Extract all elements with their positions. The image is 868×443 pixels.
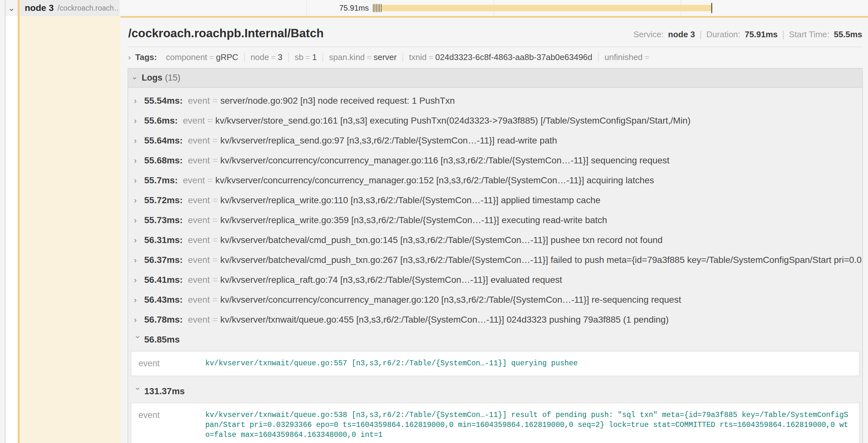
log-field-value: kv/kvserver/replica_write.go:359 [n3,s3,… <box>220 215 607 225</box>
logs-title: Logs <box>142 73 162 83</box>
indent-spacer <box>5 16 18 443</box>
equals-sign: = <box>429 52 433 62</box>
log-field-value: server/node.go:902 [n3] node received re… <box>220 96 455 106</box>
chevron-right-icon: › <box>134 295 144 305</box>
log-marker-end <box>711 3 712 13</box>
duration-value: 75.91ms <box>745 30 778 39</box>
log-fields-table: eventkv/kvserver/txnwait/queue.go:538 [n… <box>131 403 860 443</box>
tags-label: Tags: <box>135 52 157 62</box>
log-marker <box>379 4 380 12</box>
tag-item: unfinished= <box>599 52 657 62</box>
span-name-cell[interactable]: node 3 /cockroach.roach… <box>18 0 120 16</box>
log-row[interactable]: ›56.31ms:event=kv/kvserver/batcheval/cmd… <box>128 230 862 250</box>
log-timestamp: 55.72ms: <box>144 195 183 205</box>
log-field-key: event <box>131 359 205 369</box>
log-timestamp: 55.68ms: <box>144 156 183 166</box>
log-timestamp: 56.85ms <box>144 335 180 345</box>
span-row: ⌄ node 3 /cockroach.roach… 75.91ms <box>0 0 868 16</box>
tag-key: component <box>166 52 207 62</box>
log-row[interactable]: ›55.68ms:event=kv/kvserver/concurrency/c… <box>128 150 862 170</box>
chevron-down-icon: › <box>130 77 140 79</box>
start-time-label: Start Time: <box>789 30 830 39</box>
span-collapse-button[interactable]: ⌄ <box>5 0 18 16</box>
log-expanded-header[interactable]: ›56.85ms <box>128 330 862 349</box>
log-row[interactable]: ›55.73ms:event=kv/kvserver/replica_write… <box>128 210 862 230</box>
span-duration-bar[interactable] <box>373 5 713 11</box>
log-timestamp: 55.64ms: <box>144 135 183 146</box>
log-marker <box>378 4 378 12</box>
tag-item: span.kind=server <box>323 52 403 62</box>
log-field-row: eventkv/kvserver/txnwait/queue.go:538 [n… <box>131 403 859 443</box>
tags-accordion[interactable]: › Tags: component=gRPCnode=3sb=1span.kin… <box>127 47 863 68</box>
log-row[interactable]: ›55.54ms:event=server/node.go:902 [n3] n… <box>128 91 862 111</box>
log-timestamp: 56.41ms: <box>144 275 183 285</box>
equals-sign: = <box>208 175 213 185</box>
log-row[interactable]: ›56.43ms:event=kv/kvserver/concurrency/c… <box>128 290 862 310</box>
log-timestamp: 55.54ms: <box>144 96 183 106</box>
equals-sign: = <box>212 135 217 146</box>
equals-sign: = <box>212 315 217 325</box>
log-field-value: kv/kvserver/replica_write.go:110 [n3,s3,… <box>220 195 600 205</box>
chevron-right-icon: › <box>134 255 144 265</box>
log-field-value: kv/kvserver/batcheval/cmd_push_txn.go:14… <box>220 235 663 245</box>
tag-value: server <box>374 52 397 62</box>
log-row[interactable]: ›55.6ms:event=kv/kvserver/store_send.go:… <box>128 111 862 131</box>
log-row[interactable]: ›56.78ms:event=kv/kvserver/txnwait/queue… <box>128 310 862 330</box>
chevron-right-icon: › <box>134 96 144 106</box>
span-operation-name: /cockroach.roach… <box>58 4 120 12</box>
equals-sign: = <box>212 295 217 305</box>
equals-sign: = <box>212 255 217 265</box>
span-detail-row: /cockroach.roachpb.Internal/Batch Servic… <box>0 16 868 443</box>
log-row[interactable]: ›55.7ms:event=kv/kvserver/concurrency/co… <box>128 170 862 190</box>
log-timestamp: 131.37ms <box>144 386 185 397</box>
log-field-key: event <box>188 255 210 265</box>
chevron-right-icon: › <box>134 156 144 165</box>
tag-key: txnid <box>409 52 427 62</box>
log-field-key: event <box>183 115 205 126</box>
log-expanded: ›131.37mseventkv/kvserver/txnwait/queue.… <box>128 381 862 443</box>
log-timestamp: 55.73ms: <box>144 215 183 225</box>
log-timestamp: 55.7ms: <box>144 175 178 185</box>
logs-rows: ›55.54ms:event=server/node.go:902 [n3] n… <box>128 88 862 443</box>
log-row[interactable]: ›55.64ms:event=kv/kvserver/replica_send.… <box>128 131 862 150</box>
log-field-value: kv/kvserver/store_send.go:161 [n3,s3] ex… <box>215 115 690 126</box>
log-field-value: kv/kvserver/txnwait/queue.go:557 [n3,s3,… <box>205 359 859 369</box>
log-row[interactable]: ›56.37ms:event=kv/kvserver/batcheval/cmd… <box>128 250 862 270</box>
log-field-key: event <box>188 235 210 245</box>
tag-key: unfinished <box>604 52 643 62</box>
log-field-value: kv/kvserver/batcheval/cmd_push_txn.go:26… <box>220 255 862 265</box>
left-gutter <box>0 16 5 443</box>
equals-sign: = <box>208 115 213 126</box>
start-time-value: 55.5ms <box>834 30 862 39</box>
equals-sign: = <box>212 235 217 245</box>
tag-key: sb <box>294 52 303 62</box>
chevron-right-icon: › <box>134 116 144 126</box>
chevron-down-icon: ⌄ <box>8 3 15 13</box>
equals-sign: = <box>212 275 217 285</box>
chevron-right-icon: › <box>134 136 144 145</box>
log-row[interactable]: ›56.41ms:event=kv/kvserver/replica_raft.… <box>128 270 862 290</box>
span-detail-panel: /cockroach.roachpb.Internal/Batch Servic… <box>121 16 868 443</box>
span-meta: Service: node 3 | Duration: 75.91ms | St… <box>633 29 862 39</box>
equals-sign: = <box>644 52 649 62</box>
chevron-right-icon: › <box>134 315 144 325</box>
span-detail-header: /cockroach.roachpb.Internal/Batch Servic… <box>127 24 863 47</box>
logs-accordion-header[interactable]: › Logs (15) <box>128 69 862 88</box>
log-field-row: eventkv/kvserver/txnwait/queue.go:557 [n… <box>131 351 859 376</box>
log-field-value: kv/kvserver/replica_raft.go:74 [n3,s3,r6… <box>220 275 562 285</box>
log-field-key: event <box>188 295 210 305</box>
log-marker <box>381 4 382 12</box>
span-service-name: node 3 <box>25 3 54 13</box>
log-expanded: ›56.85mseventkv/kvserver/txnwait/queue.g… <box>128 330 862 376</box>
log-field-value: kv/kvserver/replica_send.go:97 [n3,s3,r6… <box>220 135 557 146</box>
log-expanded-header[interactable]: ›131.37ms <box>128 381 862 401</box>
equals-sign: = <box>209 52 214 62</box>
log-row[interactable]: ›55.72ms:event=kv/kvserver/replica_write… <box>128 190 862 210</box>
log-timestamp: 56.43ms: <box>144 295 183 305</box>
log-field-key: event <box>188 96 210 106</box>
log-field-value: kv/kvserver/concurrency/concurrency_mana… <box>215 175 654 185</box>
tag-value: 024d3323-6c8f-4863-aa8b-37ab0e63496d <box>435 52 592 62</box>
tag-item: component=gRPC <box>160 52 245 62</box>
service-label: Service: <box>633 30 664 39</box>
tag-item: sb=1 <box>289 52 323 62</box>
